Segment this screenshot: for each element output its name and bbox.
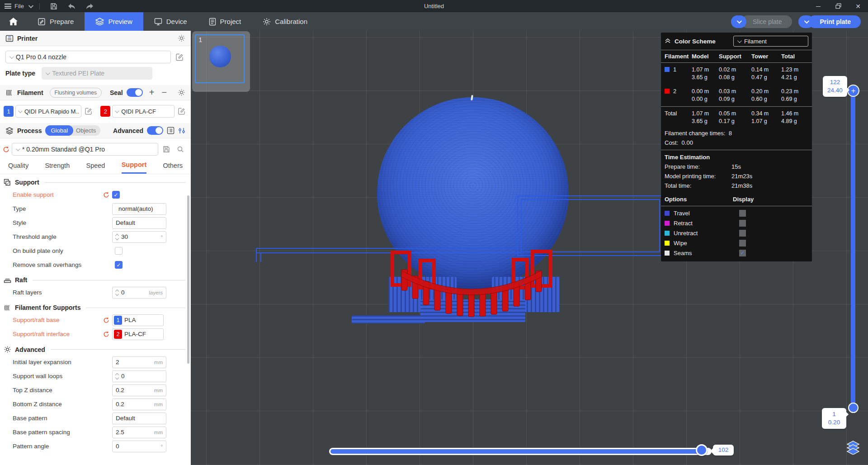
slice-plate-button[interactable]: Slice plate xyxy=(741,15,792,28)
collapse-panel-icon[interactable] xyxy=(665,38,671,44)
layer-slider-top-handle[interactable]: + xyxy=(847,85,859,97)
filament-1-badge[interactable]: 1 xyxy=(4,106,14,117)
flushing-volumes-button[interactable]: Flushing volumes xyxy=(50,88,102,98)
process-section-header: Process Global Objects Advanced xyxy=(0,123,191,138)
reset-support-raft-base-icon[interactable] xyxy=(103,317,109,323)
undo-icon[interactable] xyxy=(65,2,79,11)
edit-printer-icon[interactable] xyxy=(174,51,185,63)
base-pattern-dropdown[interactable]: Default xyxy=(112,413,166,424)
preview-3d-viewport[interactable]: 1 xyxy=(191,31,868,465)
minimize-button[interactable]: ─ xyxy=(808,0,828,12)
reset-support-raft-interface-icon[interactable] xyxy=(103,331,109,337)
print-options-chevron[interactable] xyxy=(798,15,814,28)
reset-preset-icon[interactable] xyxy=(3,146,9,153)
filament-1-dropdown[interactable]: QIDI PLA Rapido M... xyxy=(15,105,81,118)
printer-settings-gear-icon[interactable] xyxy=(178,34,185,42)
advanced-toggle[interactable] xyxy=(147,126,163,135)
top-z-distance-input[interactable]: 0.2 mm xyxy=(112,384,166,396)
tab-calibration[interactable]: Calibration xyxy=(252,12,318,31)
raft-group-title: Raft xyxy=(15,276,27,284)
file-menu-chevron-icon[interactable] xyxy=(28,3,33,8)
support-style-dropdown[interactable]: Default xyxy=(112,217,166,229)
travel-display-checkbox[interactable] xyxy=(739,210,746,217)
tab-speed[interactable]: Speed xyxy=(86,162,105,173)
support-wall-loops-input[interactable]: 0 xyxy=(112,370,166,382)
add-filament-button[interactable]: + xyxy=(149,87,155,98)
filament-2-badge[interactable]: 2 xyxy=(100,106,110,117)
move-slider-track[interactable] xyxy=(329,448,712,455)
tab-strength[interactable]: Strength xyxy=(45,162,70,173)
support-raft-interface-dropdown[interactable]: 2 PLA-CF xyxy=(112,328,164,340)
restore-button[interactable] xyxy=(828,0,848,12)
file-menu-label: File xyxy=(14,3,24,9)
spinner-arrows-icon[interactable] xyxy=(116,374,118,379)
move-slider-handle[interactable] xyxy=(696,444,708,456)
close-button[interactable]: ✕ xyxy=(848,0,868,12)
remove-small-overhangs-checkbox[interactable]: ✓ xyxy=(115,261,123,269)
raft-layers-input[interactable]: 0 layers xyxy=(112,287,166,299)
tab-others[interactable]: Others xyxy=(163,162,183,173)
bottom-z-distance-value: 0.2 xyxy=(116,401,124,408)
process-preset-dropdown[interactable]: * 0.20mm Standard @Q1 Pro xyxy=(12,143,158,156)
seams-display-checkbox[interactable]: ✓ xyxy=(739,250,746,256)
save-icon[interactable] xyxy=(47,2,61,11)
support-type-value: normal(auto) xyxy=(118,205,153,212)
edit-filament-2-icon[interactable] xyxy=(176,105,187,117)
tab-quality[interactable]: Quality xyxy=(8,162,28,173)
tab-prepare[interactable]: Prepare xyxy=(27,12,85,31)
layer-view-icon[interactable] xyxy=(845,439,861,455)
initial-layer-expansion-input[interactable]: 2 mm xyxy=(112,356,166,368)
tab-project[interactable]: Project xyxy=(198,12,252,31)
move-slider-value-badge: 102 xyxy=(713,445,734,456)
settings-sidebar: Printer Q1 Pro 0.4 nozzle Plate type Tex… xyxy=(0,31,191,465)
seal-label: Seal xyxy=(110,89,123,96)
wipe-color-swatch xyxy=(665,241,670,246)
layer-range-slider-track[interactable] xyxy=(851,91,855,408)
scope-global-option[interactable]: Global xyxy=(45,125,73,136)
file-menu-button[interactable]: File xyxy=(5,3,24,9)
save-preset-icon[interactable] xyxy=(160,143,172,155)
filament-settings-gear-icon[interactable] xyxy=(178,89,185,96)
spinner-arrows-icon[interactable] xyxy=(116,234,118,240)
threshold-angle-input[interactable]: 30 ° xyxy=(112,231,166,243)
tab-support[interactable]: Support xyxy=(122,161,147,174)
plate-type-dropdown[interactable]: Textured PEI Plate xyxy=(42,67,152,80)
tab-preview[interactable]: Preview xyxy=(85,12,143,31)
pattern-angle-input[interactable]: 0 ° xyxy=(112,441,166,452)
edit-filament-1-icon[interactable] xyxy=(83,105,94,117)
layer-slider-bottom-handle[interactable] xyxy=(848,403,859,413)
print-plate-button[interactable]: Print plate xyxy=(808,15,861,28)
seal-toggle[interactable] xyxy=(127,88,143,97)
pattern-angle-value: 0 xyxy=(116,443,119,450)
retract-display-checkbox[interactable] xyxy=(739,220,746,227)
col-model: Model xyxy=(692,53,719,60)
reset-enable-support-icon[interactable] xyxy=(103,192,109,198)
slice-options-chevron[interactable] xyxy=(731,15,746,28)
compare-presets-icon[interactable] xyxy=(178,127,185,134)
search-settings-icon[interactable] xyxy=(175,143,186,155)
color-scheme-dropdown[interactable]: Filament xyxy=(733,36,808,47)
parameter-list-icon[interactable] xyxy=(167,127,175,134)
tab-calibration-label: Calibration xyxy=(275,18,307,25)
tab-home[interactable] xyxy=(0,12,27,31)
support-type-dropdown[interactable]: normal(auto) xyxy=(112,203,166,215)
bottom-z-distance-input[interactable]: 0.2 mm xyxy=(112,399,166,410)
threshold-angle-label: Threshold angle xyxy=(13,233,103,240)
unretract-display-checkbox[interactable] xyxy=(739,230,746,237)
on-build-plate-only-checkbox[interactable] xyxy=(115,247,123,255)
tab-device[interactable]: Device xyxy=(143,12,198,31)
scope-objects-option[interactable]: Objects xyxy=(73,127,100,134)
initial-layer-expansion-unit: mm xyxy=(154,360,163,365)
wipe-display-checkbox[interactable] xyxy=(739,240,746,247)
spinner-arrows-icon[interactable] xyxy=(116,290,118,295)
sidebar-scrollbar[interactable] xyxy=(187,195,189,364)
filament-2-dropdown[interactable]: QIDI PLA-CF xyxy=(112,105,174,118)
remove-filament-button[interactable]: − xyxy=(161,87,167,98)
base-pattern-spacing-input[interactable]: 2.5 mm xyxy=(112,427,166,438)
top-z-distance-unit: mm xyxy=(154,388,163,393)
support-raft-base-dropdown[interactable]: 1 PLA xyxy=(112,314,164,326)
stats-row-filament-1: 1 1.07 m3.65 g 0.02 m0.08 g 0.14 m0.47 g… xyxy=(661,63,812,85)
redo-icon[interactable] xyxy=(83,2,97,11)
printer-preset-dropdown[interactable]: Q1 Pro 0.4 nozzle xyxy=(5,51,171,63)
enable-support-checkbox[interactable]: ✓ xyxy=(112,191,120,199)
